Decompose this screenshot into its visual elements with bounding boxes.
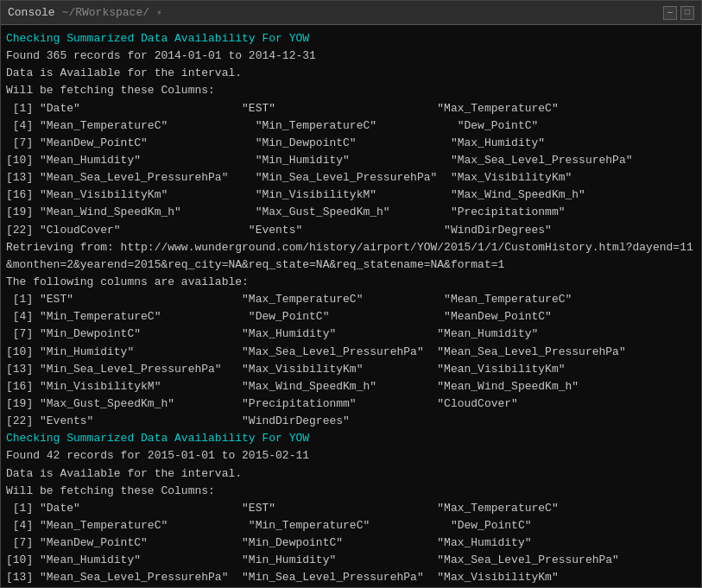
titlebar-path: ~/RWorkspace/ [62, 6, 149, 19]
titlebar-left: Console ~/RWorkspace/ ⚡ [8, 6, 162, 19]
console-line: Checking Summarized Data Availability Fo… [6, 430, 696, 447]
console-line: [22] "Events" "WindDirDegrees" [6, 413, 696, 430]
console-line: [13] "Mean_Sea_Level_PressurehPa" "Min_S… [6, 569, 696, 586]
console-line: [10] "Mean_Humidity" "Min_Humidity" "Max… [6, 152, 696, 169]
console-line: [4] "Min_TemperatureC" "Dew_PointC" "Mea… [6, 308, 696, 326]
console-line: [19] "Mean_Wind_SpeedKm_h" "Max_Gust_Spe… [6, 204, 696, 221]
console-line: [1] "EST" "Max_TemperatureC" "Mean_Tempe… [6, 291, 696, 308]
console-line: The following columns are available: [6, 274, 696, 291]
console-line: [16] "Mean_VisibilityKm" "Min_Visibility… [6, 587, 696, 588]
console-line: [16] "Mean_VisibilityKm" "Min_Visibility… [6, 187, 696, 204]
console-line: [10] "Min_Humidity" "Max_Sea_Level_Press… [6, 344, 696, 361]
console-line: [7] "MeanDew_PointC" "Min_DewpointC" "Ma… [6, 534, 696, 552]
maximize-button[interactable]: □ [680, 6, 694, 20]
console-line: [1] "Date" "EST" "Max_TemperatureC" [6, 500, 696, 517]
console-line: [10] "Mean_Humidity" "Min_Humidity" "Max… [6, 552, 696, 569]
console-line: Data is Available for the interval. [6, 65, 696, 82]
console-line: Found 42 records for 2015-01-01 to 2015-… [6, 447, 696, 465]
console-line: Will be fetching these Columns: [6, 82, 696, 99]
console-line: [1] "Date" "EST" "Max_TemperatureC" [6, 100, 696, 117]
lightning-icon: ⚡ [156, 7, 162, 18]
console-line: [13] "Min_Sea_Level_PressurehPa" "Max_Vi… [6, 361, 696, 378]
console-line: Found 365 records for 2014-01-01 to 2014… [6, 47, 696, 65]
console-line: Retrieving from: http://www.wunderground… [6, 239, 696, 274]
console-line: [7] "Min_DewpointC" "Max_Humidity" "Mean… [6, 326, 696, 343]
console-line: Data is Available for the interval. [6, 465, 696, 483]
console-line: [22] "CloudCover" "Events" "WindDirDegre… [6, 222, 696, 239]
console-line: [16] "Min_VisibilitykM" "Max_Wind_SpeedK… [6, 378, 696, 395]
console-line: [4] "Mean_TemperatureC" "Min_Temperature… [6, 117, 696, 135]
console-line: [13] "Mean_Sea_Level_PressurehPa" "Min_S… [6, 169, 696, 187]
console-body[interactable]: Checking Summarized Data Availability Fo… [1, 25, 701, 587]
console-line: [19] "Max_Gust_SpeedKm_h" "Precipitation… [6, 395, 696, 413]
titlebar: Console ~/RWorkspace/ ⚡ — □ [1, 1, 701, 25]
console-line: Checking Summarized Data Availability Fo… [6, 30, 696, 47]
console-line: [4] "Mean_TemperatureC" "Min_Temperature… [6, 517, 696, 534]
console-window: Console ~/RWorkspace/ ⚡ — □ Checking Sum… [0, 0, 702, 588]
minimize-button[interactable]: — [663, 6, 677, 20]
titlebar-title: Console [8, 6, 55, 19]
console-line: Will be fetching these Columns: [6, 483, 696, 500]
console-line: [7] "MeanDew_PointC" "Min_DewpointC" "Ma… [6, 135, 696, 152]
titlebar-buttons: — □ [663, 6, 694, 20]
